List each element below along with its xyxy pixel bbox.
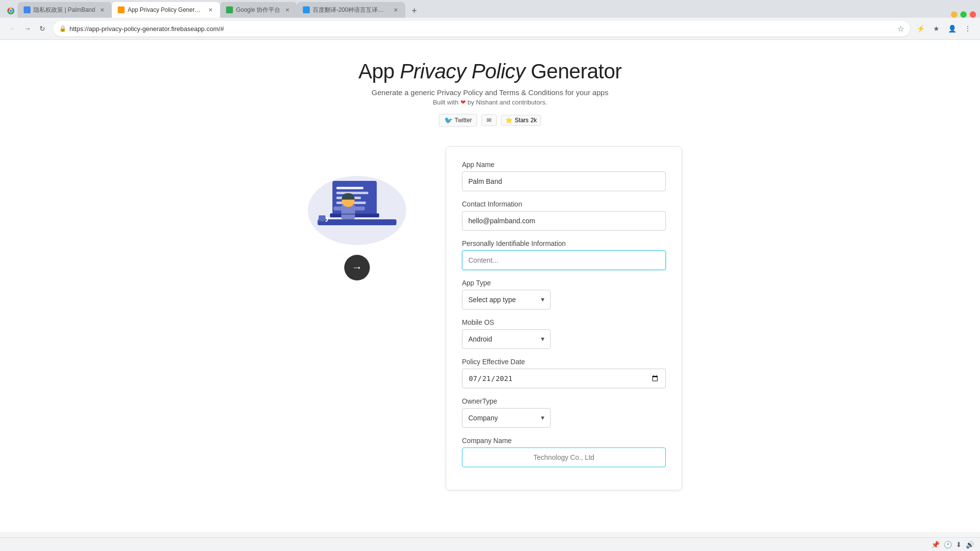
tab-favicon-google (226, 6, 233, 13)
pii-label: Personally Identifiable Information (462, 240, 666, 247)
twitter-icon: 🐦 (444, 116, 453, 124)
maximize-button[interactable] (960, 11, 967, 18)
github-stars-button[interactable]: ⭐ Stars 2k (501, 115, 541, 126)
contact-info-label: Contact Information (462, 200, 666, 208)
main-section: → App Name Contact Information Personall… (219, 146, 761, 490)
owner-type-select-wrap: Company Individual ▼ (462, 408, 551, 428)
bottom-bar-sound-icon[interactable]: 🔊 (966, 541, 974, 549)
settings-menu-button[interactable]: ⋮ (961, 22, 974, 35)
tab-label-palmband: 隐私权政策 | PalmBand (33, 6, 95, 14)
mobile-os-select-wrap: Android iOS Both ▼ (462, 329, 551, 349)
next-button[interactable]: → (344, 255, 370, 280)
next-arrow-icon: → (352, 261, 362, 274)
tab-favicon-palmband (24, 6, 31, 13)
address-bar[interactable]: 🔒 https://app-privacy-policy-generator.f… (53, 21, 910, 36)
tab-app-privacy[interactable]: App Privacy Policy Generator ✕ (112, 2, 220, 18)
svg-rect-10 (336, 192, 368, 194)
bottom-bar-history-icon[interactable]: 🕐 (944, 541, 952, 549)
tabs-bar: 隐私权政策 | PalmBand ✕ App Privacy Policy Ge… (0, 0, 980, 18)
minimize-button[interactable] (951, 11, 957, 18)
bottom-bar-pin-icon[interactable]: 📌 (931, 541, 940, 549)
reload-button[interactable]: ↻ (35, 22, 49, 35)
illustration-side: → (298, 146, 416, 280)
mobile-os-label: Mobile OS (462, 318, 666, 326)
owner-type-label: OwnerType (462, 397, 666, 405)
nav-buttons: ← → ↻ (6, 22, 49, 35)
github-count: 2k (530, 117, 537, 124)
tab-palmband[interactable]: 隐私权政策 | PalmBand ✕ (18, 2, 112, 18)
page-content: App Privacy Policy Generator Generate a … (0, 40, 980, 532)
bookmark-manager-icon[interactable]: ★ (930, 22, 943, 35)
company-name-group: Company Name (462, 437, 666, 467)
page-subtitle: Generate a generic Privacy Policy and Te… (0, 88, 980, 97)
policy-date-group: Policy Effective Date (462, 358, 666, 388)
security-lock-icon: 🔒 (59, 25, 66, 32)
navigation-bar: ← → ↻ 🔒 https://app-privacy-policy-gener… (0, 18, 980, 39)
tab-label-google: Google 协作平台 (236, 6, 280, 14)
tab-close-google[interactable]: ✕ (283, 6, 291, 14)
svg-rect-17 (351, 207, 365, 210)
twitter-label: Twitter (455, 117, 472, 124)
twitter-button[interactable]: 🐦 Twitter (439, 114, 477, 127)
close-button[interactable] (970, 11, 976, 18)
svg-rect-18 (319, 215, 326, 221)
forward-button[interactable]: → (21, 22, 34, 35)
title-italic: Privacy Policy (400, 60, 525, 83)
extensions-button[interactable]: ⚡ (914, 22, 927, 35)
svg-rect-19 (332, 213, 377, 215)
hero-illustration (298, 146, 416, 245)
url-text: https://app-privacy-policy-generator.fir… (69, 25, 894, 33)
new-tab-button[interactable]: + (407, 4, 421, 18)
chrome-browser-icon (4, 4, 18, 18)
back-button[interactable]: ← (6, 22, 20, 35)
built-with-prefix: Built with (433, 99, 460, 106)
company-name-label: Company Name (462, 437, 666, 445)
owner-type-select[interactable]: Company Individual (462, 408, 551, 428)
pii-input[interactable] (462, 250, 666, 270)
contact-info-input[interactable] (462, 211, 666, 231)
svg-rect-6 (318, 219, 396, 225)
svg-point-4 (10, 10, 12, 12)
built-with-suffix: by Nishant and contributors. (466, 99, 547, 106)
github-icon: ⭐ (505, 117, 513, 124)
svg-rect-16 (333, 207, 348, 210)
nav-right-buttons: ⚡ ★ 👤 ⋮ (914, 22, 974, 35)
company-name-input[interactable] (462, 448, 666, 467)
policy-date-label: Policy Effective Date (462, 358, 666, 366)
tab-favicon-app-privacy (118, 6, 125, 13)
bottom-bar: 📌 🕐 ⬇ 🔊 (0, 537, 980, 551)
page-title-section: App Privacy Policy Generator (0, 60, 980, 83)
owner-type-group: OwnerType Company Individual ▼ (462, 397, 666, 428)
app-name-group: App Name (462, 161, 666, 191)
tab-baidu[interactable]: 百度翻译-200种语言互译、沟通... ✕ (297, 2, 405, 18)
app-type-group: App Type Select app type Free Paid Freem… (462, 279, 666, 310)
app-type-select-wrap: Select app type Free Paid Freemium ▼ (462, 290, 551, 310)
tab-close-app-privacy[interactable]: ✕ (206, 6, 214, 14)
app-type-label: App Type (462, 279, 666, 287)
email-button[interactable]: ✉ (481, 114, 497, 126)
tab-label-app-privacy: App Privacy Policy Generator (128, 6, 203, 13)
page-main-title: App Privacy Policy Generator (0, 60, 980, 83)
app-name-label: App Name (462, 161, 666, 169)
bottom-bar-download-icon[interactable]: ⬇ (956, 541, 962, 549)
title-part2: Generator (525, 60, 622, 83)
pii-group: Personally Identifiable Information (462, 240, 666, 270)
app-type-select[interactable]: Select app type Free Paid Freemium (462, 290, 551, 310)
app-name-input[interactable] (462, 172, 666, 191)
profile-icon[interactable]: 👤 (946, 22, 958, 35)
svg-rect-9 (336, 187, 363, 189)
contact-info-group: Contact Information (462, 200, 666, 231)
policy-date-input[interactable] (462, 369, 666, 388)
heart-icon: ❤ (460, 99, 466, 106)
mobile-os-select[interactable]: Android iOS Both (462, 329, 551, 349)
tab-close-palmband[interactable]: ✕ (98, 6, 106, 14)
mobile-os-group: Mobile OS Android iOS Both ▼ (462, 318, 666, 349)
bookmark-icon[interactable]: ☆ (897, 24, 904, 34)
tab-label-baidu: 百度翻译-200种语言互译、沟通... (313, 6, 389, 14)
github-label: Stars (515, 117, 528, 124)
tab-google[interactable]: Google 协作平台 ✕ (220, 2, 297, 18)
tab-close-baidu[interactable]: ✕ (392, 6, 399, 14)
tab-favicon-baidu (303, 6, 310, 13)
page-built-with: Built with ❤ by Nishant and contributors… (0, 99, 980, 106)
social-buttons-row: 🐦 Twitter ✉ ⭐ Stars 2k (0, 114, 980, 127)
